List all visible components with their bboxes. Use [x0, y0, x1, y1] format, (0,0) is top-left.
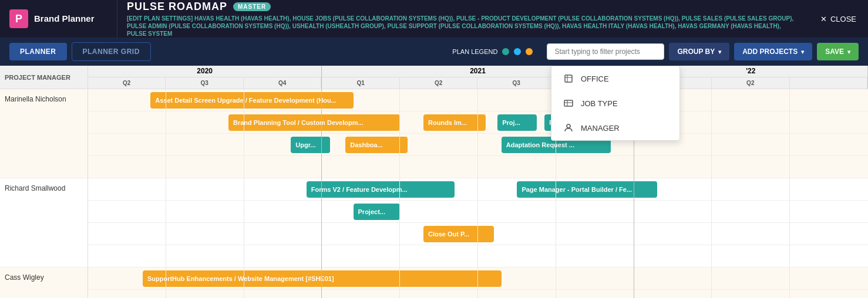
manager-name-richard: Richard Smallwood	[5, 184, 65, 192]
bar-page-manager[interactable]: Page Manager - Portal Builder / Fe...	[517, 181, 657, 198]
job-type-label: JOB TYPE	[581, 99, 618, 108]
planner-grid-button[interactable]: PLANNER GRID	[72, 42, 151, 61]
bar-label: Brand Planning Tool / Custom Developm...	[233, 119, 364, 126]
manager-row-cass: Cass Wigley	[0, 267, 88, 298]
plan-legend: PLAN LEGEND	[452, 48, 533, 55]
header-center: PULSE ROADMAP MASTER [EDIT PLAN SETTINGS…	[117, 0, 809, 38]
q2-2020: Q2	[88, 77, 166, 89]
building-icon	[563, 73, 574, 84]
bar-label: Adaptation Request ...	[506, 141, 574, 148]
table-icon	[563, 98, 574, 109]
svg-rect-0	[565, 75, 572, 82]
bar-label: Dashboa...	[350, 141, 383, 148]
bar-close-out[interactable]: Close Out P...	[423, 226, 494, 242]
add-projects-label: ADD PROJECTS	[742, 48, 798, 56]
bar-label: SupportHub Enhancements / Website Manage…	[147, 275, 334, 282]
q2-2022: Q2	[712, 77, 789, 89]
q3-2021: Q3	[477, 77, 556, 89]
bar-dashboa[interactable]: Dashboa...	[345, 137, 408, 153]
bar-project-2[interactable]: Project...	[354, 204, 401, 220]
bar-rounds[interactable]: Rounds Im...	[423, 114, 486, 131]
dropdown-item-office[interactable]: OFFICE	[551, 66, 679, 91]
timeline-row-4: Forms V2 / Feature Developm... Page Mana…	[88, 178, 868, 201]
group-by-dropdown: OFFICE JOB TYPE MANAGER	[551, 66, 680, 141]
timeline-row-2: Upgr... Dashboa... Adaptation Request ..…	[88, 134, 868, 156]
brand-name: Brand Planner	[34, 13, 95, 24]
timeline-row-1: Brand Planning Tool / Custom Developm...…	[88, 111, 868, 134]
timeline-row-6: Close Out P...	[88, 223, 868, 245]
toolbar: PLANNER PLANNER GRID PLAN LEGEND GROUP B…	[0, 38, 868, 66]
timeline-row-9	[88, 290, 868, 298]
legend-dot-blue	[514, 48, 521, 55]
dropdown-item-manager[interactable]: MANAGER	[551, 116, 679, 140]
bar-label: Forms V2 / Feature Developm...	[311, 186, 408, 193]
timeline-row-7	[88, 245, 868, 267]
header-title-row: PULSE ROADMAP MASTER	[127, 1, 799, 13]
gantt-container: PROJECT MANAGER Marinella Nicholson Rich…	[0, 66, 868, 298]
timeline-row-8: SupportHub Enhancements / Website Manage…	[88, 267, 868, 290]
manager-row-richard: Richard Smallwood	[0, 178, 88, 267]
legend-dot-teal	[502, 48, 509, 55]
gantt-left-panel: PROJECT MANAGER Marinella Nicholson Rich…	[0, 66, 88, 298]
planner-button[interactable]: PLANNER	[9, 43, 67, 60]
bar-forms-v2[interactable]: Forms V2 / Feature Developm...	[307, 181, 455, 198]
bar-upgr[interactable]: Upgr...	[291, 137, 329, 153]
bar-label: Page Manager - Portal Builder / Fe...	[522, 186, 632, 193]
edit-plan-link[interactable]: [EDIT PLAN SETTINGS]	[127, 15, 193, 22]
year-2020: 2020 Q2 Q3 Q4	[88, 66, 322, 89]
bar-label: Asset Detail Screen Upgrade / Feature De…	[155, 97, 337, 104]
add-projects-chevron-icon: ▾	[801, 49, 804, 55]
manager-row-marinella: Marinella Nicholson	[0, 89, 88, 178]
close-button[interactable]: ✕ CLOSE	[809, 0, 868, 38]
bar-brand-planning[interactable]: Brand Planning Tool / Custom Developm...	[228, 114, 400, 131]
timeline-header: 2020 Q2 Q3 Q4 2021 Q1 Q2 Q3 Q4	[88, 66, 868, 89]
logo-icon: P	[9, 9, 28, 28]
timeline-row-3	[88, 156, 868, 178]
bar-supporthub[interactable]: SupportHub Enhancements / Website Manage…	[143, 270, 502, 287]
bar-label: Proj...	[502, 119, 520, 126]
bar-proj-1[interactable]: Proj...	[497, 114, 536, 131]
manager-name-cass: Cass Wigley	[5, 273, 44, 282]
plan-legend-label: PLAN LEGEND	[452, 48, 497, 55]
save-button[interactable]: SAVE ▾	[817, 43, 859, 60]
gantt-rows-area: Asset Detail Screen Upgrade / Feature De…	[88, 89, 868, 298]
subtitle-text: HAVAS HEALTH (HAVAS HEALTH), HOUSE JOBS …	[127, 15, 793, 37]
dropdown-item-job-type[interactable]: JOB TYPE	[551, 91, 679, 116]
timeline-row-5: Project...	[88, 201, 868, 223]
bar-label: Upgr...	[295, 141, 315, 148]
master-badge: MASTER	[233, 2, 271, 11]
person-icon	[563, 123, 574, 133]
bar-label: Project...	[358, 208, 385, 215]
svg-rect-3	[564, 100, 573, 106]
legend-dot-orange	[526, 48, 533, 55]
bar-label: Rounds Im...	[428, 119, 467, 126]
header-subtitle: [EDIT PLAN SETTINGS] HAVAS HEALTH (HAVAS…	[127, 15, 799, 38]
add-projects-button[interactable]: ADD PROJECTS ▾	[734, 43, 812, 60]
gantt-right-panel: 2020 Q2 Q3 Q4 2021 Q1 Q2 Q3 Q4	[88, 66, 868, 298]
app-header: P Brand Planner PULSE ROADMAP MASTER [ED…	[0, 0, 868, 38]
save-chevron-icon: ▾	[847, 49, 850, 55]
q3-2022	[790, 77, 867, 89]
q1-2021: Q1	[322, 77, 400, 89]
close-x-icon: ✕	[820, 15, 827, 23]
manager-name-marinella: Marinella Nicholson	[5, 95, 66, 103]
filter-projects-input[interactable]	[547, 43, 664, 60]
q2-2021: Q2	[400, 77, 478, 89]
group-by-label: GROUP BY	[677, 48, 715, 56]
q4-2020: Q4	[244, 77, 321, 89]
project-manager-label: PROJECT MANAGER	[5, 74, 70, 81]
group-by-button[interactable]: GROUP BY ▾	[669, 43, 729, 60]
svg-point-6	[567, 124, 570, 128]
plan-title: PULSE ROADMAP	[127, 1, 227, 13]
bar-label: Close Out P...	[428, 231, 469, 238]
bar-asset-detail[interactable]: Asset Detail Screen Upgrade / Feature De…	[150, 92, 353, 109]
project-manager-header: PROJECT MANAGER	[0, 66, 88, 89]
office-label: OFFICE	[581, 74, 609, 83]
timeline-row-0: Asset Detail Screen Upgrade / Feature De…	[88, 89, 868, 111]
save-label: SAVE	[825, 48, 844, 56]
manager-label: MANAGER	[581, 124, 620, 133]
group-by-chevron-icon: ▾	[718, 49, 721, 55]
logo-area: P Brand Planner	[0, 0, 117, 38]
q3-2020: Q3	[166, 77, 243, 89]
close-label: CLOSE	[830, 15, 856, 23]
